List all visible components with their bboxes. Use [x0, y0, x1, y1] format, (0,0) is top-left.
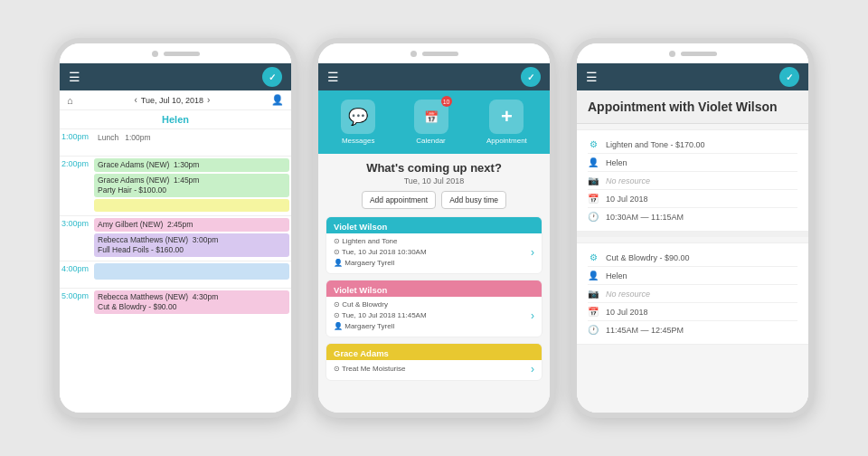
app-header-3: ☰ ✓ — [577, 63, 808, 90]
detail-section-2: ⚙ Cut & Blowdry - $90.00 👤 Helen 📷 No re… — [577, 242, 808, 345]
dashboard-actions: Add appointment Add busy time — [318, 191, 550, 216]
add-busy-time-button[interactable]: Add busy time — [441, 191, 506, 209]
detail-resource-2: 📷 No resource — [588, 285, 797, 303]
date-icon-1: 📅 — [588, 194, 599, 204]
appt-card-violet-2[interactable]: Violet Wilson ⊙ Cut & Blowdry ⊙ Tue, 10 … — [326, 280, 542, 337]
staff-text-1: Helen — [606, 158, 627, 167]
appt-card-body-grace: ⊙ Treat Me Moisturise › — [326, 360, 542, 380]
dashboard-content: What's coming up next? Tue, 10 Jul 2018 … — [318, 154, 550, 413]
date-text-2: 10 Jul 2018 — [606, 308, 648, 317]
messages-icon-item[interactable]: 💬 Messages — [341, 100, 375, 145]
detail-staff-1: 👤 Helen — [588, 154, 797, 172]
messages-label: Messages — [342, 137, 374, 145]
logo-3: ✓ — [779, 67, 799, 87]
hamburger-icon-3[interactable]: ☰ — [586, 70, 598, 84]
appt-details-violet-1: ⊙ Lighten and Tone ⊙ Tue, 10 Jul 2018 10… — [334, 236, 427, 269]
appt-card-body-violet-1: ⊙ Lighten and Tone ⊙ Tue, 10 Jul 2018 10… — [326, 233, 542, 273]
calendar-label: Calendar — [416, 137, 445, 145]
event-grace-2[interactable]: Grace Adams (NEW) 1:45pmParty Hair - $10… — [94, 174, 289, 197]
hamburger-icon-1[interactable]: ☰ — [69, 70, 80, 84]
event-amy[interactable]: Amy Gilbert (NEW) 2:45pm — [94, 218, 289, 232]
detail-section-1: ⚙ Lighten and Tone - $170.00 👤 Helen 📷 N… — [577, 129, 808, 232]
event-blue[interactable] — [94, 263, 289, 280]
service-text-1: Lighten and Tone - $170.00 — [606, 140, 704, 149]
phone-speaker-2 — [422, 52, 458, 56]
dashboard-icons-row: 💬 Messages 📅 10 Calendar + Appointment — [318, 90, 550, 154]
phone-top-bar-3 — [577, 43, 808, 63]
phone-camera-3 — [669, 51, 675, 57]
prev-arrow[interactable]: ‹ — [134, 95, 137, 105]
appointment-icon-item[interactable]: + Appointment — [486, 100, 527, 145]
home-icon[interactable]: ⌂ — [67, 95, 73, 106]
event-rebecca-2[interactable]: Rebecca Matthews (NEW) 4:30pmCut & Blowd… — [94, 290, 289, 314]
time-row-4pm: 4:00pm — [60, 261, 291, 288]
time-text-1: 10:30AM — 11:15AM — [606, 213, 684, 222]
appt-details-grace: ⊙ Treat Me Moisturise — [334, 364, 405, 375]
dashboard-date: Tue, 10 Jul 2018 — [318, 176, 550, 191]
appt-arrow-3: › — [531, 363, 534, 375]
resource-text-1: No resource — [606, 176, 650, 185]
time-row-5pm: 5:00pm Rebecca Matthews (NEW) 4:30pmCut … — [60, 288, 291, 318]
phone-speaker-3 — [681, 52, 717, 56]
service-icon-2: ⚙ — [588, 252, 599, 262]
appt-datetime-2: ⊙ Tue, 10 Jul 2018 11:45AM — [334, 310, 427, 321]
appt-staff-1: 👤 Margaery Tyrell — [334, 258, 427, 269]
profile-icon[interactable]: 👤 — [271, 94, 284, 106]
time-label-3pm: 3:00pm — [60, 216, 92, 231]
calendar-icon-item[interactable]: 📅 10 Calendar — [414, 100, 448, 145]
appt-card-header-violet-1: Violet Wilson — [326, 217, 542, 233]
service-icon-1: ⚙ — [588, 139, 599, 149]
detail-resource-1: 📷 No resource — [588, 172, 797, 190]
resource-icon-1: 📷 — [588, 176, 599, 185]
appt-card-body-violet-2: ⊙ Cut & Blowdry ⊙ Tue, 10 Jul 2018 11:45… — [326, 297, 542, 337]
add-appointment-icon: + — [489, 100, 524, 134]
time-icon-2: 🕐 — [588, 325, 599, 335]
detail-time-1: 🕐 10:30AM — 11:15AM — [588, 208, 797, 225]
detail-time-2: 🕐 11:45AM — 12:45PM — [588, 321, 797, 338]
detail-service-1: ⚙ Lighten and Tone - $170.00 — [588, 136, 797, 154]
appt-arrow-2: › — [531, 309, 534, 322]
next-arrow[interactable]: › — [207, 95, 210, 105]
appt-arrow-1: › — [531, 246, 534, 259]
time-row-1pm: 1:00pm Lunch 1:00pm — [60, 128, 291, 156]
phone-top-bar-1 — [60, 43, 291, 63]
logo-1: ✓ — [262, 67, 282, 87]
event-lunch[interactable]: Lunch 1:00pm — [94, 131, 289, 145]
time-label-2pm: 2:00pm — [60, 157, 92, 171]
time-label-1pm: 1:00pm — [60, 129, 92, 144]
add-appointment-button[interactable]: Add appointment — [362, 191, 436, 209]
time-row-2pm: 2:00pm Grace Adams (NEW) 1:30pm Grace Ad… — [60, 156, 291, 215]
appt-service-3: ⊙ Treat Me Moisturise — [334, 364, 405, 375]
calendar-icon: 📅 10 — [414, 100, 448, 134]
phone-3: ☰ ✓ Appointment with Violet Wilson ⚙ Lig… — [571, 38, 814, 418]
staff-icon-2: 👤 — [588, 271, 599, 280]
event-grace-1[interactable]: Grace Adams (NEW) 1:30pm — [94, 158, 289, 172]
logo-2: ✓ — [521, 67, 541, 87]
phone-camera-2 — [410, 51, 417, 57]
appt-card-header-violet-2: Violet Wilson — [326, 280, 542, 297]
time-row-3pm: 3:00pm Amy Gilbert (NEW) 2:45pm Rebecca … — [60, 215, 291, 261]
service-text-2: Cut & Blowdry - $90.00 — [606, 253, 690, 262]
event-rebecca-1[interactable]: Rebecca Matthews (NEW) 3:00pmFull Head F… — [94, 233, 289, 257]
whats-next-heading: What's coming up next? — [318, 154, 550, 176]
detail-date-1: 📅 10 Jul 2018 — [588, 190, 797, 208]
appt-card-grace[interactable]: Grace Adams ⊙ Treat Me Moisturise › — [326, 343, 542, 381]
hamburger-icon-2[interactable]: ☰ — [327, 70, 339, 84]
appt-service-2: ⊙ Cut & Blowdry — [334, 299, 427, 310]
detail-divider — [577, 232, 808, 237]
time-icon-1: 🕐 — [588, 212, 599, 222]
time-text-2: 11:45AM — 12:45PM — [606, 326, 684, 335]
phone-speaker-1 — [164, 52, 200, 56]
app-header-2: ☰ ✓ — [318, 63, 550, 90]
detail-service-2: ⚙ Cut & Blowdry - $90.00 — [588, 249, 797, 267]
appt-datetime-1: ⊙ Tue, 10 Jul 2018 10:30AM — [334, 247, 427, 258]
event-yellow[interactable] — [94, 199, 289, 212]
staff-name: Helen — [60, 110, 291, 128]
detail-date-2: 📅 10 Jul 2018 — [588, 303, 797, 321]
detail-staff-2: 👤 Helen — [588, 267, 797, 285]
calendar-content: Helen 1:00pm Lunch 1:00pm 2:00pm Grace A… — [60, 110, 291, 413]
time-label-5pm: 5:00pm — [60, 289, 92, 303]
appt-staff-2: 👤 Margaery Tyrell — [334, 321, 427, 332]
appt-card-violet-1[interactable]: Violet Wilson ⊙ Lighten and Tone ⊙ Tue, … — [326, 216, 542, 274]
appt-service-1: ⊙ Lighten and Tone — [334, 236, 427, 247]
